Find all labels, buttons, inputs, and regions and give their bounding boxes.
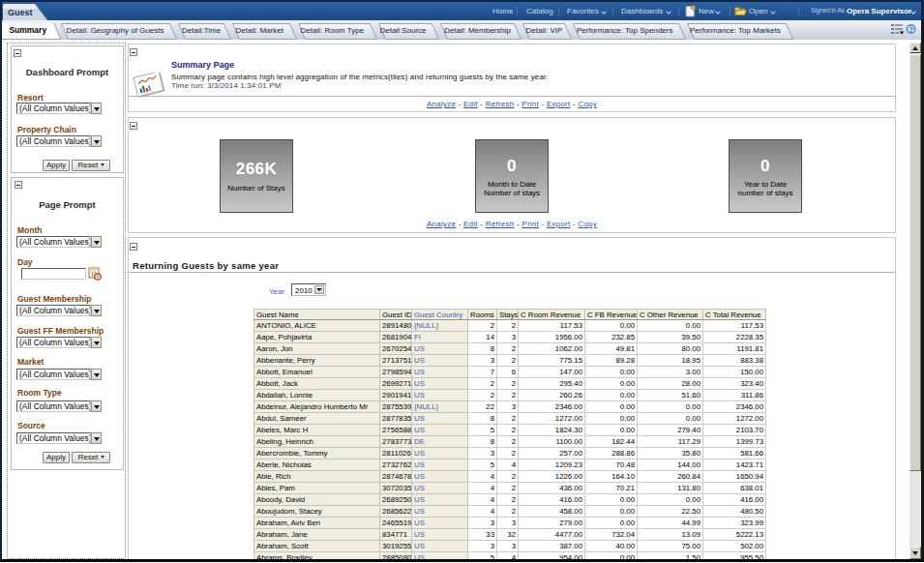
svg-text:Detail: VIP: Detail: VIP (526, 26, 563, 35)
svg-text:Detail: Room Type: Detail: Room Type (301, 26, 365, 35)
svg-text:Detail: Membership: Detail: Membership (444, 26, 511, 35)
svg-text:Performance: Top Spenders: Performance: Top Spenders (577, 26, 672, 35)
svg-text:Detail:Time: Detail:Time (182, 26, 222, 35)
svg-text:Detail:Source: Detail:Source (380, 26, 428, 35)
svg-text:Summary: Summary (9, 25, 46, 35)
svg-text:Performance: Top Markets: Performance: Top Markets (690, 26, 781, 35)
svg-text:Detail: Geography of Guests: Detail: Geography of Guests (67, 26, 164, 35)
svg-text:Detail: Market: Detail: Market (236, 26, 284, 35)
svg-text:?: ? (909, 25, 913, 34)
